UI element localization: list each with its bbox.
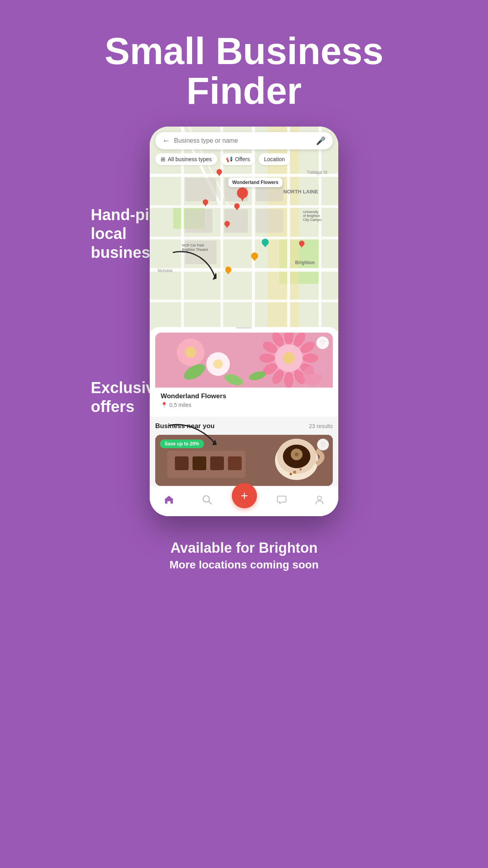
page-root: Small Business Finder Hand-pickedlocalbu… [0,0,488,595]
svg-point-62 [303,353,318,363]
svg-point-72 [213,359,223,369]
bottom-nav: + [150,486,338,516]
svg-marker-40 [218,174,221,176]
svg-point-58 [283,352,295,364]
arrow-handpicked [169,248,216,280]
svg-point-53 [299,241,305,246]
pill-offers[interactable]: 📢 Offers [220,153,255,165]
nav-search[interactable] [194,493,220,506]
map-pin-orange [251,252,258,263]
svg-text:of Brighton: of Brighton [303,214,320,218]
swipe-indicator [236,327,252,329]
map-area: Greater Brighton Metropolitan College Tr… [150,127,338,331]
chat-icon [277,495,287,505]
back-button[interactable]: ← [162,136,170,145]
hero-title: Small Business Finder [81,31,407,111]
location-pin-icon: 📍 [161,402,167,408]
svg-marker-44 [235,208,238,210]
coming-soon-subtitle: More locations coming soon [169,559,319,571]
available-title: Available for Brighton [169,540,319,556]
flower-svg [155,333,333,388]
filter-pills: ⊞ All business types 📢 Offers Location [155,153,333,165]
arrow-exclusive [165,417,216,445]
svg-line-95 [209,501,211,504]
bottom-text: Available for Brighton More locations co… [169,540,319,571]
svg-text:Trafalgar St: Trafalgar St [307,170,327,175]
grid-icon: ⊞ [161,156,165,162]
svg-rect-10 [150,300,338,302]
svg-point-79 [313,361,327,375]
svg-point-91 [293,471,296,474]
svg-rect-84 [210,456,224,470]
svg-rect-20 [185,209,213,233]
search-nav-icon [202,495,212,505]
search-bar[interactable]: ← 🎤 [155,132,333,149]
featured-business-card[interactable]: ♡ Wonderland Flowers 📍 0,5 miles [155,333,333,413]
map-pin-5 [224,221,230,230]
featured-business-info: Wonderland Flowers 📍 0,5 miles [155,388,333,413]
svg-point-49 [251,252,258,259]
svg-point-41 [203,199,208,205]
svg-point-47 [262,239,269,246]
svg-text:Brighton: Brighton [295,260,315,265]
map-popup-label: Wonderland Flowers [228,178,283,187]
svg-marker-48 [263,245,267,247]
map-pin-2 [216,169,222,178]
svg-rect-7 [150,205,338,208]
svg-text:NORTH LAINE: NORTH LAINE [283,189,318,195]
svg-marker-42 [204,204,207,206]
svg-text:NCP Car Park: NCP Car Park [182,243,204,247]
map-pin-4 [234,203,240,212]
profile-icon [314,495,325,505]
svg-marker-46 [226,226,229,228]
svg-point-93 [290,473,292,475]
svg-rect-83 [193,456,206,470]
svg-rect-8 [150,237,338,239]
svg-point-68 [259,353,275,363]
svg-rect-82 [175,456,189,470]
svg-point-45 [224,221,230,226]
map-pin-teal [262,239,269,249]
nav-profile[interactable] [306,493,332,506]
business-name: Wonderland Flowers [161,392,327,400]
fab-add-button[interactable]: + [232,483,257,508]
pill-business-types[interactable]: ⊞ All business types [155,153,217,165]
mic-icon[interactable]: 🎤 [316,136,326,145]
favorite-button[interactable]: ♡ [316,337,329,349]
svg-point-43 [234,203,240,209]
megaphone-icon: 📢 [226,156,233,162]
svg-point-65 [284,372,294,388]
plus-icon: + [241,489,248,502]
svg-marker-54 [300,245,303,248]
featured-business-image: ♡ [155,333,333,388]
svg-point-96 [317,496,321,500]
map-pin-fork [225,267,231,276]
nearby-count: 23 results [309,423,333,429]
search-bar-container: ← 🎤 ⊞ All business types 📢 Offers [155,132,333,165]
map-pin-3 [203,199,208,208]
business-distance: 📍 0,5 miles [161,402,327,408]
phone-frame: Greater Brighton Metropolitan College Tr… [150,127,338,516]
svg-point-92 [299,468,302,471]
nav-home[interactable] [156,493,182,507]
phone-section: Hand-pickedlocalbusinesses Exclusiveoffe… [91,127,397,516]
svg-point-77 [185,347,196,358]
map-pin-right [299,241,305,249]
svg-text:University: University [303,210,319,214]
svg-rect-85 [228,456,242,470]
svg-marker-50 [253,259,257,261]
pill-location[interactable]: Location [259,153,290,165]
offer-favorite-button[interactable]: ♡ [317,439,329,451]
search-input[interactable] [174,137,312,144]
svg-rect-24 [256,209,283,233]
svg-rect-18 [185,178,216,201]
svg-text:City Campu: City Campu [303,218,321,222]
svg-point-90 [295,452,299,456]
svg-marker-38 [240,196,245,202]
map-pin-main [237,188,248,203]
svg-marker-52 [226,272,230,274]
svg-point-51 [225,267,231,273]
svg-point-39 [216,169,222,175]
nav-chat[interactable] [269,493,295,506]
home-icon [163,494,174,505]
